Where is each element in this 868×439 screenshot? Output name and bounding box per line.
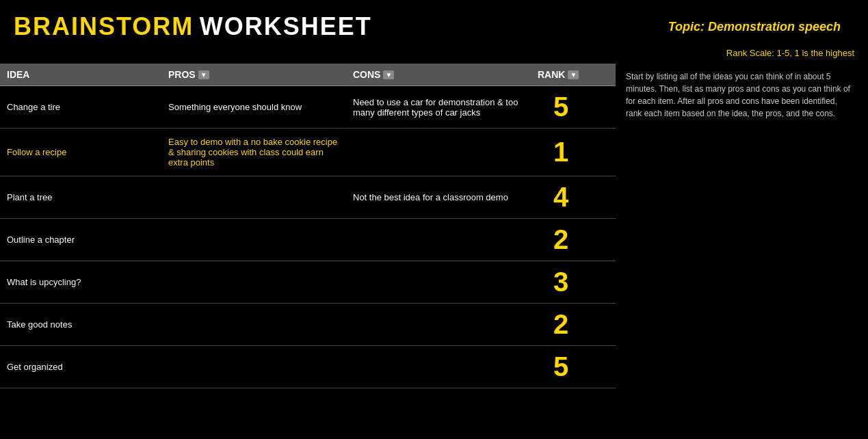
cell-idea: Take good notes (0, 304, 164, 345)
cell-rank: 5 (534, 86, 588, 128)
header: BRAINSTORM WORKSHEET Topic: Demonstratio… (0, 0, 868, 48)
sidebar: Start by listing all of the ideas you ca… (616, 64, 862, 388)
cell-idea: Outline a chapter (0, 219, 164, 261)
table-row: Follow a recipe Easy to demo with a no b… (0, 129, 616, 176)
cell-rank: 2 (534, 304, 588, 345)
column-header-cons: CONS ▼ (349, 64, 534, 85)
title-block: BRAINSTORM WORKSHEET (14, 12, 372, 41)
table-row: Get organized 5 (0, 346, 616, 388)
cell-idea: What is upcycling? (0, 261, 164, 303)
cell-cons (349, 304, 534, 345)
cell-pros (164, 176, 349, 218)
column-header-rank: RANK ▼ (534, 64, 588, 85)
cell-pros (164, 261, 349, 303)
column-header-pros: PROS ▼ (164, 64, 349, 85)
cell-cons (349, 261, 534, 303)
column-header-idea: IDEA (0, 64, 164, 85)
sidebar-text: Start by listing all of the ideas you ca… (626, 72, 850, 118)
table-row: Plant a tree Not the best idea for a cla… (0, 176, 616, 219)
cell-cons: Not the best idea for a classroom demo (349, 176, 534, 218)
cell-pros: Easy to demo with a no bake cookie recip… (164, 129, 349, 176)
topic-label: Topic: Demonstration speech (668, 20, 841, 34)
cell-pros (164, 346, 349, 388)
cell-pros: Something everyone should know (164, 86, 349, 128)
cell-idea: Get organized (0, 346, 164, 388)
table-header: IDEA PROS ▼ CONS ▼ RANK ▼ (0, 64, 616, 86)
cell-cons (349, 346, 534, 388)
cell-rank: 1 (534, 129, 588, 176)
table-row: Take good notes 2 (0, 304, 616, 346)
cell-idea: Plant a tree (0, 176, 164, 218)
title-worksheet: WORKSHEET (200, 12, 372, 40)
table-rows: Change a tire Something everyone should … (0, 86, 616, 388)
title-brainstorm: BRAINSTORM (14, 12, 194, 40)
table-row: Outline a chapter 2 (0, 219, 616, 261)
pros-dropdown[interactable]: ▼ (198, 70, 209, 79)
rank-dropdown[interactable]: ▼ (568, 70, 579, 79)
cell-idea: Change a tire (0, 86, 164, 128)
cell-rank: 2 (534, 219, 588, 261)
cell-pros (164, 304, 349, 345)
cell-rank: 4 (534, 176, 588, 218)
cell-rank: 3 (534, 261, 588, 303)
main-layout: IDEA PROS ▼ CONS ▼ RANK ▼ (0, 64, 868, 388)
cell-rank: 5 (534, 346, 588, 388)
cons-dropdown[interactable]: ▼ (383, 70, 394, 79)
rank-scale: Rank Scale: 1-5, 1 is the highest (0, 48, 868, 64)
cell-pros (164, 219, 349, 261)
cell-idea: Follow a recipe (0, 129, 164, 176)
table-row: Change a tire Something everyone should … (0, 86, 616, 129)
cell-cons (349, 129, 534, 176)
cell-cons (349, 219, 534, 261)
table-row: What is upcycling? 3 (0, 261, 616, 304)
table-area: IDEA PROS ▼ CONS ▼ RANK ▼ (0, 64, 616, 388)
cell-cons: Need to use a car for demonstration & to… (349, 86, 534, 128)
